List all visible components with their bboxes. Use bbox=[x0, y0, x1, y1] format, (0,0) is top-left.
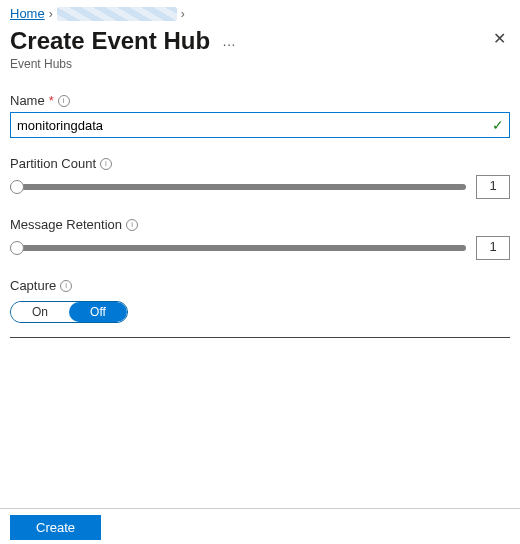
capture-toggle-off[interactable]: Off bbox=[69, 302, 127, 322]
capture-label-text: Capture bbox=[10, 278, 56, 293]
create-button[interactable]: Create bbox=[10, 515, 101, 540]
capture-label: Capture i bbox=[10, 278, 510, 293]
close-button[interactable]: ✕ bbox=[493, 31, 506, 47]
more-icon[interactable]: … bbox=[222, 33, 237, 49]
slider-track bbox=[10, 184, 466, 190]
name-label: Name * i bbox=[10, 93, 510, 108]
message-retention-value[interactable]: 1 bbox=[476, 236, 510, 260]
partition-count-label: Partition Count i bbox=[10, 156, 510, 171]
partition-count-slider[interactable] bbox=[10, 180, 466, 194]
slider-thumb[interactable] bbox=[10, 241, 24, 255]
section-divider bbox=[10, 337, 510, 338]
chevron-right-icon: › bbox=[181, 7, 185, 21]
info-icon[interactable]: i bbox=[60, 280, 72, 292]
name-label-text: Name bbox=[10, 93, 45, 108]
footer-bar: Create bbox=[0, 508, 520, 544]
slider-track bbox=[10, 245, 466, 251]
close-icon: ✕ bbox=[493, 30, 506, 47]
capture-toggle[interactable]: On Off bbox=[10, 301, 128, 323]
page-subtitle: Event Hubs bbox=[10, 57, 510, 71]
breadcrumb-item-redacted[interactable] bbox=[57, 7, 177, 21]
info-icon[interactable]: i bbox=[100, 158, 112, 170]
page-title: Create Event Hub bbox=[10, 27, 210, 55]
info-icon[interactable]: i bbox=[126, 219, 138, 231]
checkmark-icon: ✓ bbox=[492, 117, 504, 133]
chevron-right-icon: › bbox=[49, 7, 53, 21]
form-body: Name * i ✓ Partition Count i 1 Message R… bbox=[0, 79, 520, 338]
partition-count-value[interactable]: 1 bbox=[476, 175, 510, 199]
message-retention-slider[interactable] bbox=[10, 241, 466, 255]
message-retention-label-text: Message Retention bbox=[10, 217, 122, 232]
slider-thumb[interactable] bbox=[10, 180, 24, 194]
required-indicator: * bbox=[49, 93, 54, 108]
breadcrumb: Home › › bbox=[0, 0, 520, 23]
message-retention-label: Message Retention i bbox=[10, 217, 510, 232]
name-input[interactable] bbox=[10, 112, 510, 138]
capture-toggle-on[interactable]: On bbox=[11, 302, 69, 322]
partition-count-label-text: Partition Count bbox=[10, 156, 96, 171]
page-header: Create Event Hub … Event Hubs ✕ bbox=[0, 23, 520, 79]
info-icon[interactable]: i bbox=[58, 95, 70, 107]
breadcrumb-home[interactable]: Home bbox=[10, 6, 45, 21]
